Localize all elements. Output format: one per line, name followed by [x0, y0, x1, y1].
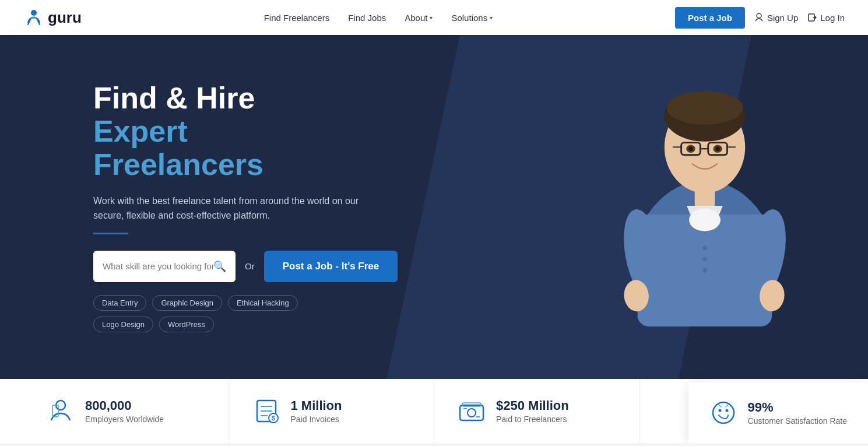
hero-image-area	[588, 35, 868, 379]
nav-about[interactable]: About ▾	[405, 13, 433, 23]
svg-point-16	[688, 146, 693, 151]
svg-point-26	[689, 209, 721, 231]
solutions-chevron-icon: ▾	[490, 15, 493, 21]
stat-satisfaction-label: Customer Satisfaction Rate	[748, 416, 847, 426]
stat-satisfaction-number: 99%	[748, 400, 847, 415]
tags-container: Data Entry Graphic Design Ethical Hackin…	[93, 295, 361, 332]
invoice-icon: $	[252, 397, 280, 425]
svg-point-41	[718, 409, 721, 412]
svg-rect-35	[460, 405, 483, 420]
hero-title-line2: Expert Freelancers	[93, 115, 361, 181]
stat-invoices-number: 1 Million	[291, 398, 342, 413]
navbar-actions: Post a Job Sign Up Log In	[675, 7, 845, 29]
nav-find-jobs[interactable]: Find Jobs	[348, 13, 386, 23]
stat-employers-label: Employers Worldwide	[85, 415, 164, 424]
about-chevron-icon: ▾	[430, 15, 433, 21]
svg-point-20	[702, 257, 707, 262]
svg-point-17	[715, 146, 720, 151]
tag-wordpress[interactable]: WordPress	[159, 317, 214, 332]
logo[interactable]: guru	[23, 7, 82, 28]
svg-rect-2	[757, 13, 761, 18]
stat-paid: $250 Million Paid to Freelancers	[458, 379, 640, 443]
signup-label: Sign Up	[767, 13, 798, 23]
svg-point-40	[713, 402, 734, 423]
stat-paid-label: Paid to Freelancers	[496, 415, 569, 424]
satisfaction-icon	[709, 399, 737, 427]
svg-point-8	[667, 91, 743, 125]
stat-employers: 800,000 Employers Worldwide	[47, 379, 229, 443]
hero-content: Find & Hire Expert Freelancers Work with…	[0, 35, 408, 379]
tag-logo-design[interactable]: Logo Design	[93, 317, 153, 332]
nav-solutions[interactable]: Solutions ▾	[451, 13, 493, 23]
svg-point-0	[31, 10, 37, 16]
employer-icon	[47, 397, 75, 425]
hero-title-line1: Find & Hire	[93, 82, 361, 115]
tag-graphic-design[interactable]: Graphic Design	[152, 295, 222, 311]
hero-person-image	[588, 35, 821, 326]
search-box[interactable]: 🔍	[93, 251, 236, 282]
stat-paid-number: $250 Million	[496, 398, 569, 413]
navbar-links: Find Freelancers Find Jobs About ▾ Solut…	[264, 13, 493, 23]
or-text: Or	[245, 261, 255, 271]
stat-satisfaction-text: 99% Customer Satisfaction Rate	[748, 400, 847, 426]
hero-section: Find & Hire Expert Freelancers Work with…	[0, 35, 868, 379]
money-icon	[458, 397, 486, 425]
search-icon: 🔍	[213, 260, 226, 273]
hero-divider	[93, 233, 128, 234]
search-input[interactable]	[103, 261, 213, 271]
signup-link[interactable]: Sign Up	[754, 13, 798, 23]
post-job-hero-button[interactable]: Post a Job - It's Free	[264, 251, 398, 282]
svg-point-42	[725, 409, 728, 412]
stat-paid-text: $250 Million Paid to Freelancers	[496, 398, 569, 424]
svg-text:$: $	[272, 415, 275, 422]
svg-point-1	[33, 16, 35, 19]
stat-employers-text: 800,000 Employers Worldwide	[85, 398, 164, 424]
stat-employers-number: 800,000	[85, 398, 164, 413]
svg-point-36	[468, 409, 476, 417]
hero-subtitle: Work with the best freelance talent from…	[93, 194, 361, 223]
stat-invoices: $ 1 Million Paid Invoices	[252, 379, 435, 443]
stats-bar: 800,000 Employers Worldwide $ 1 Million …	[0, 379, 868, 443]
nav-find-freelancers[interactable]: Find Freelancers	[264, 13, 330, 23]
svg-point-21	[702, 268, 707, 273]
stat-satisfaction-card: 99% Customer Satisfaction Rate	[688, 382, 868, 443]
search-row: 🔍 Or Post a Job - It's Free	[93, 251, 361, 282]
tag-data-entry[interactable]: Data Entry	[93, 295, 146, 311]
login-link[interactable]: Log In	[807, 13, 845, 23]
post-job-button[interactable]: Post a Job	[675, 7, 745, 29]
login-icon	[807, 13, 817, 22]
stat-invoices-label: Paid Invoices	[291, 415, 342, 424]
tag-ethical-hacking[interactable]: Ethical Hacking	[228, 295, 298, 311]
navbar: guru Find Freelancers Find Jobs About ▾ …	[0, 0, 868, 35]
svg-point-19	[702, 246, 707, 251]
stat-invoices-text: 1 Million Paid Invoices	[291, 398, 342, 424]
login-label: Log In	[820, 13, 845, 23]
signup-icon	[754, 13, 764, 22]
logo-text: guru	[48, 9, 82, 27]
